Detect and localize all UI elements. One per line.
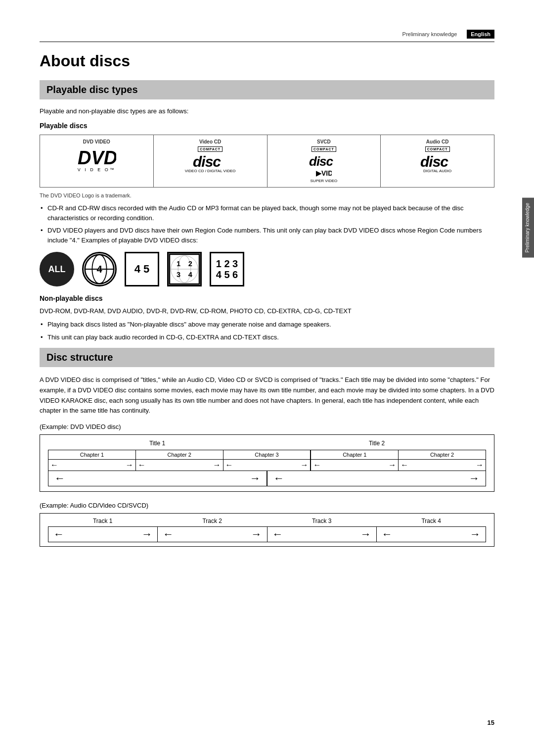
chapter-2-2: Chapter 2: [399, 450, 486, 459]
bullet-cdg: This unit can play back audio recorded i…: [40, 332, 494, 342]
bullet-dvd-region: DVD VIDEO players and DVD discs have the…: [40, 226, 494, 245]
region-all-icon: ALL: [40, 252, 74, 286]
video-svcd-icon: ▶VIDEO: [316, 169, 332, 178]
track-labels-row: Track 1 Track 2 Track 3 Track 4: [48, 518, 486, 524]
track-4-arrow: ←→: [377, 527, 486, 542]
non-playable-heading: Non-playable discs: [40, 294, 494, 302]
page-container: Preliminary knowledge English Preliminar…: [0, 0, 534, 756]
audiocd-logo-icon: disc: [420, 152, 455, 169]
chapter-1-2: Chapter 2: [136, 450, 223, 459]
dvd-logo-icon: DVD: [77, 146, 116, 167]
chapter-arrows-row: ←→ ←→ ←→ ←→ ←→: [48, 460, 486, 471]
track-1-label: Track 1: [48, 518, 158, 524]
track-3-label: Track 3: [267, 518, 377, 524]
svg-text:4: 4: [188, 271, 193, 279]
svg-text:disc: disc: [193, 153, 221, 169]
track-2-arrow: ←→: [158, 527, 267, 542]
region-4-globe-icon: 4: [82, 252, 117, 286]
playable-discs-heading: Playable discs: [40, 122, 494, 130]
title-1-label: Title 1: [48, 440, 267, 447]
bullet-noise: Playing back discs listed as "Non-playab…: [40, 320, 494, 330]
chapter-2-1: Chapter 1: [311, 450, 399, 459]
chapter-1-3: Chapter 3: [223, 450, 312, 459]
section-heading-playable: Playable disc types: [40, 80, 494, 99]
structure-body: A DVD VIDEO disc is comprised of "titles…: [40, 375, 494, 416]
svg-text:3: 3: [177, 271, 180, 279]
preliminary-label: Preliminary knowledge: [402, 31, 457, 37]
svg-text:disc: disc: [309, 154, 334, 168]
svg-text:disc: disc: [420, 153, 448, 169]
chapters-row: Chapter 1 Chapter 2 Chapter 3 Chapter 1 …: [48, 450, 486, 460]
svg-text:1: 1: [177, 260, 180, 268]
example-dvd-label: (Example: DVD VIDEO disc): [40, 423, 494, 430]
example-audio-label: (Example: Audio CD/Video CD/SVCD): [40, 502, 494, 509]
non-playable-list: DVD-ROM, DVD-RAM, DVD AUDIO, DVD-R, DVD-…: [40, 307, 494, 315]
intro-text: Playable and non-playable disc types are…: [40, 107, 494, 115]
trademark-note: The DVD VIDEO Logo is a trademark.: [40, 192, 494, 198]
track-4-label: Track 4: [377, 518, 487, 524]
track-3-arrow: ←→: [267, 527, 377, 542]
page-number: 15: [488, 719, 494, 726]
disc-cell-dvd-video: DVD VIDEO DVD V I D E O™: [40, 135, 154, 187]
disc-cell-svcd: SVCD COMPACT disc ▶VIDEO SUPER VIDEO: [267, 135, 381, 187]
title-arrows-row: ←→ ←→: [48, 471, 486, 486]
region-45-icon: 4 5: [125, 252, 159, 286]
disc-cell-audio-cd: Audio CD COMPACT disc DIGITAL AUDIO: [381, 135, 494, 187]
region-1234-icon: 1 2 3 4: [167, 252, 202, 286]
track-2-label: Track 2: [158, 518, 267, 524]
dvd-structure-diagram: Title 1 Title 2 Chapter 1 Chapter 2 Chap…: [40, 434, 494, 492]
top-header: Preliminary knowledge English: [40, 30, 494, 42]
section-heading-structure: Disc structure: [40, 348, 494, 367]
non-playable-bullets: Playing back discs listed as "Non-playab…: [40, 320, 494, 342]
svg-text:2: 2: [188, 260, 192, 268]
disc-types-table: DVD VIDEO DVD V I D E O™ Video CD COMPAC…: [40, 135, 494, 188]
videocd-logo-icon: disc: [193, 152, 227, 169]
svcd-disc-icon: disc: [309, 153, 339, 168]
language-tab: English: [467, 30, 494, 39]
svg-text:DVD: DVD: [78, 147, 116, 167]
region-icons: ALL 4 4 5: [40, 252, 494, 286]
track-arrows-row: ←→ ←→ ←→ ←→: [48, 526, 486, 542]
playable-bullets: CD-R and CD-RW discs recorded with the A…: [40, 203, 494, 245]
svg-text:▶VIDEO: ▶VIDEO: [316, 169, 332, 177]
main-title: About discs: [40, 52, 494, 70]
disc-cell-video-cd: Video CD COMPACT disc VIDEO CD / DIGITAL…: [154, 135, 267, 187]
region-123456-icon: 1 2 3 4 5 6: [210, 252, 244, 286]
sidebar-label: Preliminary knowledge: [522, 198, 534, 258]
title-2-label: Title 2: [267, 440, 486, 447]
audio-structure-diagram: Track 1 Track 2 Track 3 Track 4 ←→ ←→ ←→…: [40, 513, 494, 547]
section-disc-structure: Disc structure A DVD VIDEO disc is compr…: [40, 348, 494, 547]
bullet-cdr: CD-R and CD-RW discs recorded with the A…: [40, 203, 494, 223]
track-1-arrow: ←→: [48, 527, 158, 542]
svg-text:4: 4: [96, 264, 102, 275]
section-playable-disc-types: Playable disc types Playable and non-pla…: [40, 80, 494, 342]
chapter-1-1: Chapter 1: [48, 450, 136, 459]
